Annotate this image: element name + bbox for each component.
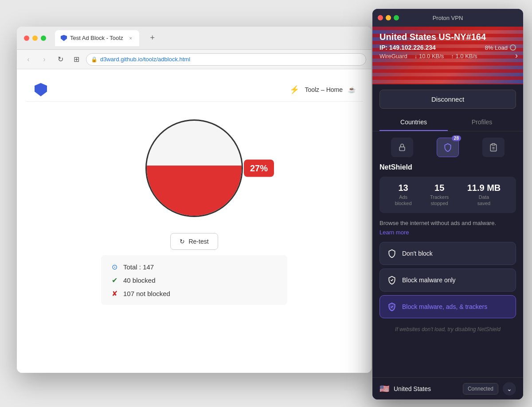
- tab-countries[interactable]: Countries: [379, 114, 448, 131]
- ns-option-block-malware[interactable]: Block malware only: [379, 269, 516, 292]
- ns-data-stat: 11.9 MB Datasaved: [467, 183, 501, 207]
- svg-rect-1: [492, 144, 495, 145]
- bottom-chevron-icon[interactable]: ⌄: [503, 382, 516, 395]
- toolz-logo-icon: ⚡: [289, 85, 299, 95]
- blocked-icon: ✔: [110, 276, 119, 285]
- connected-badge: Connected: [463, 383, 498, 395]
- vpn-ip-address: IP: 149.102.226.234: [379, 44, 436, 51]
- vpn-minimize-light[interactable]: [386, 15, 391, 20]
- retest-icon: ↻: [180, 238, 185, 245]
- back-button[interactable]: ‹: [22, 53, 35, 66]
- ns-ads-label: Adsblocked: [395, 194, 412, 207]
- blocked-label: 40 blocked: [123, 277, 156, 284]
- vpn-chevron-right-icon[interactable]: ›: [515, 51, 518, 60]
- page-nav-right: ⚡ Toolz – Home ☕: [289, 85, 356, 95]
- vpn-shield-icon-btn[interactable]: 28: [437, 138, 459, 157]
- vpn-ip-row: IP: 149.102.226.234 8% Load: [379, 44, 516, 51]
- tab-shield-icon: [61, 35, 67, 41]
- gauge-circle: [145, 119, 243, 217]
- ns-ads-stat: 13 Adsblocked: [395, 183, 412, 207]
- ns-data-saved: 11.9 MB: [467, 183, 501, 193]
- dont-block-label: Don't block: [402, 250, 433, 257]
- block-all-label: Block malware, ads, & trackers: [402, 303, 487, 310]
- block-all-shield-icon: [387, 302, 397, 312]
- browser-tab[interactable]: Test Ad Block - Toolz ×: [55, 30, 139, 46]
- dont-block-shield-icon: [387, 249, 397, 258]
- svg-rect-0: [399, 147, 405, 150]
- netshield-learn-more[interactable]: Learn more: [379, 229, 516, 236]
- vpn-maximize-light[interactable]: [394, 15, 399, 20]
- maximize-traffic-light[interactable]: [41, 36, 46, 41]
- page-shield-icon: [33, 82, 49, 98]
- gauge-percent-badge: 27%: [244, 160, 274, 177]
- vpn-header-content: United States US-NY#164 IP: 149.102.226.…: [372, 27, 523, 65]
- ns-ads-count: 13: [399, 183, 408, 193]
- netshield-stats: 13 Adsblocked 15 Trackersstopped 11.9 MB…: [379, 177, 516, 213]
- vpn-lock-icon-btn[interactable]: [391, 138, 413, 157]
- total-label: Total : 147: [123, 263, 154, 271]
- bottom-country-label: United States: [394, 385, 458, 392]
- ns-trackers-stat: 15 Trackersstopped: [430, 183, 449, 207]
- stat-row-blocked: ✔ 40 blocked: [110, 276, 278, 285]
- gauge-container: 27%: [145, 119, 243, 217]
- shield-blue-icon: [35, 83, 47, 96]
- stat-row-not-blocked: ✘ 107 not blocked: [110, 289, 278, 298]
- close-traffic-light[interactable]: [24, 36, 29, 41]
- vpn-tabs: Countries Profiles: [372, 114, 523, 131]
- tab-favicon-icon: [60, 35, 67, 42]
- traffic-lights: [24, 36, 46, 41]
- total-icon: ⊙: [110, 262, 119, 271]
- reload-button[interactable]: ↻: [54, 53, 66, 66]
- shield-badge-count: 28: [452, 135, 461, 141]
- retest-button[interactable]: ↻ Re-test: [170, 233, 218, 250]
- ns-trackers-count: 15: [434, 183, 444, 193]
- disconnect-button[interactable]: Disconnect: [379, 90, 516, 109]
- ns-option-dont-block[interactable]: Don't block: [379, 242, 516, 265]
- block-malware-label: Block malware only: [402, 277, 456, 284]
- browser-window: Test Ad Block - Toolz × + ‹ › ↻ ⊞ 🔒 d3wa…: [17, 27, 372, 373]
- vpn-close-light[interactable]: [378, 15, 383, 20]
- retest-label: Re-test: [188, 238, 208, 245]
- stat-row-total: ⊙ Total : 147: [110, 262, 278, 271]
- minimize-traffic-light[interactable]: [32, 36, 38, 41]
- netshield-footer: If websites don't load, try disabling Ne…: [379, 322, 516, 339]
- vpn-speed-up: ↑ 1.0 KB/s: [451, 53, 477, 59]
- vpn-header: United States US-NY#164 IP: 149.102.226.…: [372, 27, 523, 84]
- page-topbar: ⚡ Toolz – Home ☕: [26, 78, 363, 102]
- vpn-speed-down: ↓ 10.0 KB/s: [415, 53, 444, 59]
- netshield-title: NetShield: [379, 163, 516, 171]
- block-malware-shield-icon: [387, 275, 397, 285]
- vpn-titlebar: Proton VPN: [372, 9, 523, 27]
- vpn-panel: Proton VPN United States US-NY#164 IP: 1…: [372, 9, 523, 399]
- browser-content: ⚡ Toolz – Home ☕ 27% ↻ Re-test ⊙ Total :…: [17, 69, 372, 373]
- not-blocked-label: 107 not blocked: [123, 290, 170, 297]
- gauge-fill: [147, 166, 242, 216]
- coffee-icon: ☕: [348, 86, 356, 93]
- ns-option-block-all[interactable]: Block malware, ads, & trackers: [379, 295, 516, 318]
- vpn-load-label: 8% Load: [485, 44, 508, 51]
- vpn-load: 8% Load: [485, 44, 516, 51]
- address-bar[interactable]: 🔒 d3ward.github.io/toolz/adblock.html: [86, 53, 366, 66]
- stats-panel: ⊙ Total : 147 ✔ 40 blocked ✘ 107 not blo…: [101, 255, 287, 305]
- forward-button[interactable]: ›: [38, 53, 51, 66]
- vpn-speed-row: WireGuard ↓ 10.0 KB/s ↑ 1.0 KB/s: [379, 53, 516, 59]
- vpn-protocol-label: WireGuard: [379, 53, 407, 59]
- load-circle-icon: [510, 44, 516, 51]
- toolz-home-link[interactable]: Toolz – Home: [305, 86, 343, 93]
- tab-profiles[interactable]: Profiles: [448, 114, 516, 131]
- netshield-section: NetShield 13 Adsblocked 15 Trackersstopp…: [372, 163, 523, 377]
- browser-titlebar: Test Ad Block - Toolz × +: [17, 27, 372, 50]
- ns-data-label: Datasaved: [477, 194, 490, 207]
- address-url: d3ward.github.io/toolz/adblock.html: [100, 56, 190, 63]
- bottom-flag-icon: 🇺🇸: [379, 384, 389, 394]
- tab-close-button[interactable]: ×: [128, 35, 134, 41]
- vpn-clipboard-icon-btn[interactable]: [482, 138, 505, 157]
- new-tab-button[interactable]: +: [146, 32, 159, 44]
- vpn-icons-row: 28: [372, 131, 523, 163]
- not-blocked-icon: ✘: [110, 289, 119, 298]
- lock-icon: 🔒: [91, 56, 98, 63]
- tab-title: Test Ad Block - Toolz: [70, 35, 123, 41]
- browser-navbar: ‹ › ↻ ⊞ 🔒 d3ward.github.io/toolz/adblock…: [17, 50, 372, 69]
- url-link: d3ward.github.io/toolz/adblock.html: [100, 56, 190, 63]
- grid-button[interactable]: ⊞: [70, 53, 82, 66]
